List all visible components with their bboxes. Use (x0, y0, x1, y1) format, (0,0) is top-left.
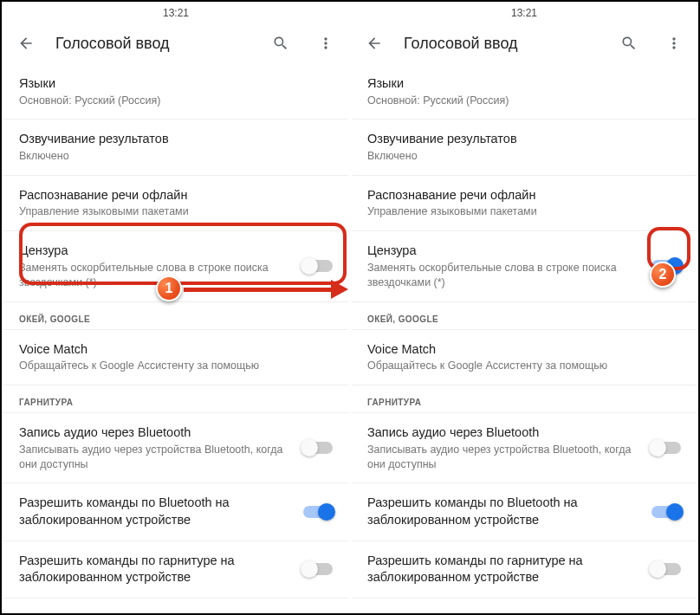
setting-title: Разрешить команды по Bluetooth на заблок… (367, 495, 645, 528)
overflow-icon[interactable] (310, 28, 341, 59)
setting-title: Voice Match (19, 341, 326, 359)
headset-locked-item[interactable]: Разрешить команды по гарнитуре на заблок… (352, 541, 697, 599)
setting-sub: Управление языковыми пакетами (19, 204, 326, 219)
settings-list: Языки Основной: Русский (Россия) Озвучив… (352, 64, 697, 612)
setting-sub: Основной: Русский (Россия) (367, 94, 674, 108)
back-icon[interactable] (359, 28, 390, 59)
status-time: 13:21 (163, 7, 189, 19)
headset-locked-switch[interactable] (303, 563, 333, 575)
bluetooth-locked-item[interactable]: Разрешить команды по Bluetooth на заблок… (352, 483, 697, 541)
setting-title: Запись аудио через Bluetooth (19, 424, 296, 442)
setting-sub: Заменять оскорбительные слова в строке п… (367, 261, 645, 290)
setting-title: Voice Match (367, 341, 674, 359)
setting-sub: Обращайтесь к Google Ассистенту за помощ… (367, 359, 674, 373)
status-bar: 13:21 (352, 3, 697, 23)
setting-title: Цензура (367, 243, 645, 260)
search-icon[interactable] (613, 28, 645, 59)
setting-sub: Основной: Русский (Россия) (19, 94, 326, 108)
settings-list: Языки Основной: Русский (Россия) Озвучив… (3, 64, 348, 612)
app-header: Голосовой ввод (352, 23, 697, 64)
bluetooth-locked-switch[interactable] (651, 506, 681, 518)
bluetooth-record-item[interactable]: Запись аудио через Bluetooth Записывать … (352, 413, 697, 483)
setting-title: Языки (19, 75, 326, 93)
censor-item[interactable]: Цензура Заменять оскорбительные слова в … (352, 231, 697, 301)
languages-item[interactable]: Языки Основной: Русский (Россия) (3, 64, 348, 120)
setting-sub: Управление языковыми пакетами (367, 204, 674, 219)
setting-sub: Записывать аудио через устройства Blueto… (367, 443, 645, 472)
header-title: Голосовой ввод (404, 35, 600, 53)
offline-recognition-item[interactable]: Распознавание речи офлайн Управление язы… (352, 176, 697, 231)
section-ok-google: ОКЕЙ, GOOGLE (352, 302, 697, 330)
setting-title: Разрешить команды по гарнитуре на заблок… (367, 553, 645, 586)
status-bar: 13:21 (3, 3, 348, 23)
setting-title: Распознавание речи офлайн (367, 187, 674, 204)
voice-match-item[interactable]: Voice Match Обращайтесь к Google Ассисте… (3, 330, 348, 385)
headset-locked-switch[interactable] (651, 563, 681, 575)
setting-title: Разрешить команды по гарнитуре на заблок… (19, 553, 296, 586)
setting-title: Озвучивание результатов (19, 131, 326, 148)
setting-title: Озвучивание результатов (367, 131, 674, 148)
annotation-badge-2: 2 (650, 262, 676, 288)
voice-match-item[interactable]: Voice Match Обращайтесь к Google Ассисте… (352, 330, 697, 385)
status-time: 13:21 (511, 7, 537, 19)
setting-title: Распознавание речи офлайн (19, 187, 326, 204)
headset-locked-item[interactable]: Разрешить команды по гарнитуре на заблок… (3, 541, 348, 599)
screenshot-left: 13:21 Голосовой ввод Языки Основной: Рус… (3, 3, 348, 612)
screenshot-right: 13:21 Голосовой ввод Языки Основной: Рус… (352, 3, 697, 612)
search-icon[interactable] (265, 28, 296, 59)
bluetooth-record-switch[interactable] (651, 442, 681, 454)
setting-title: Запись аудио через Bluetooth (367, 424, 645, 442)
app-header: Голосовой ввод (3, 23, 348, 64)
setting-sub: Обращайтесь к Google Ассистенту за помощ… (19, 359, 326, 373)
section-headset: ГАРНИТУРА (3, 385, 348, 413)
setting-title: Разрешить команды по Bluetooth на заблок… (19, 495, 296, 528)
back-icon[interactable] (10, 28, 42, 59)
section-headset: ГАРНИТУРА (352, 385, 697, 413)
speak-results-item[interactable]: Озвучивание результатов Включено (3, 120, 348, 175)
speak-results-item[interactable]: Озвучивание результатов Включено (352, 120, 697, 175)
bluetooth-record-item[interactable]: Запись аудио через Bluetooth Записывать … (3, 413, 348, 483)
annotation-badge-1: 1 (156, 275, 182, 301)
bluetooth-locked-item[interactable]: Разрешить команды по Bluetooth на заблок… (3, 483, 348, 541)
bluetooth-record-switch[interactable] (303, 442, 333, 454)
languages-item[interactable]: Языки Основной: Русский (Россия) (352, 64, 697, 120)
censor-switch[interactable] (303, 260, 333, 272)
header-title: Голосовой ввод (55, 35, 251, 53)
offline-recognition-item[interactable]: Распознавание речи офлайн Управление язы… (3, 176, 348, 231)
setting-title: Цензура (19, 243, 296, 260)
bluetooth-locked-switch[interactable] (303, 506, 333, 518)
setting-sub: Включено (367, 149, 674, 164)
setting-sub: Включено (19, 149, 326, 164)
overflow-icon[interactable] (658, 28, 690, 59)
setting-title: Языки (367, 75, 674, 93)
section-ok-google: ОКЕЙ, GOOGLE (3, 302, 348, 330)
setting-sub: Записывать аудио через устройства Blueto… (19, 443, 296, 472)
